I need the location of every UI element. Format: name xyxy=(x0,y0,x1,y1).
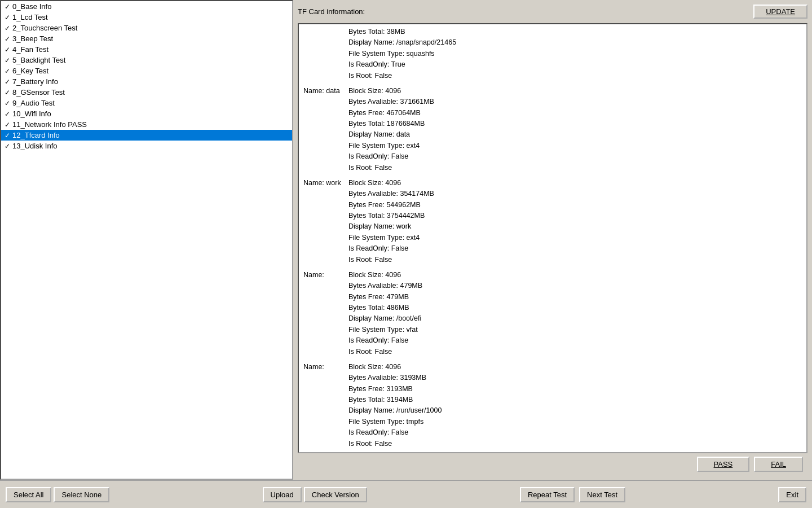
info-section-data-4: Block Size: 4096Bytes Avaliable: 3193MBB… xyxy=(348,362,802,449)
checkbox-icon-13: ✓ xyxy=(5,142,10,150)
sidebar-item-9[interactable]: ✓9_Audio Test xyxy=(1,98,292,108)
bottom-bar: Select All Select None Upload Check Vers… xyxy=(0,480,812,508)
info-section-1: Name: dataBlock Size: 4096Bytes Avaliabl… xyxy=(303,86,802,173)
check-version-button[interactable]: Check Version xyxy=(304,487,367,502)
info-line: Is Root: False xyxy=(348,71,802,81)
tf-card-info-box: Bytes Total: 38MBDisplay Name: /snap/sna… xyxy=(298,23,807,453)
checkbox-icon-10: ✓ xyxy=(5,110,10,118)
sidebar-item-10[interactable]: ✓10_Wifi Info xyxy=(1,108,292,119)
checkbox-icon-12: ✓ xyxy=(5,132,10,139)
info-line: Bytes Avaliable: 371661MB xyxy=(348,97,802,107)
info-line: File System Type: ext4 xyxy=(348,233,802,243)
info-line: File System Type: squashfs xyxy=(348,49,802,59)
exit-button[interactable]: Exit xyxy=(778,487,806,502)
info-line: Bytes Free: 479MB xyxy=(348,292,802,303)
sidebar-item-8[interactable]: ✓8_GSensor Test xyxy=(1,87,292,98)
tf-card-header: TF Card information: UPDATE xyxy=(298,5,807,19)
pass-button[interactable]: PASS xyxy=(697,457,750,472)
info-line: Bytes Free: 544962MB xyxy=(348,200,802,211)
info-section-data-1: Block Size: 4096Bytes Avaliable: 371661M… xyxy=(348,86,802,173)
info-line: Bytes Total: 38MB xyxy=(348,27,802,37)
info-line: Display Name: /snap/snapd/21465 xyxy=(348,37,802,48)
info-section-data-0: Bytes Total: 38MBDisplay Name: /snap/sna… xyxy=(348,27,802,81)
info-line: Is ReadOnly: False xyxy=(348,151,802,162)
info-line: Is Root: False xyxy=(348,439,802,449)
info-line: Is ReadOnly: False xyxy=(348,427,802,438)
sidebar-item-label-5: 5_Backlight Test xyxy=(12,56,65,64)
info-section-name-2: Name: work xyxy=(303,178,348,265)
sidebar-item-2[interactable]: ✓2_Touchscreen Test xyxy=(1,23,292,33)
pass-fail-row: PASS FAIL xyxy=(298,453,807,475)
info-line: Block Size: 4096 xyxy=(348,86,802,97)
select-all-button[interactable]: Select All xyxy=(6,487,51,502)
info-line: File System Type: vfat xyxy=(348,325,802,335)
fail-button[interactable]: FAIL xyxy=(754,457,803,472)
info-line: Bytes Free: 3193MB xyxy=(348,384,802,395)
checkbox-icon-1: ✓ xyxy=(5,14,10,21)
next-test-button[interactable]: Next Test xyxy=(579,487,625,502)
info-line: Is Root: False xyxy=(348,347,802,357)
info-section-name-4: Name: xyxy=(303,362,348,449)
sidebar-item-3[interactable]: ✓3_Beep Test xyxy=(1,33,292,44)
info-line: Display Name: data xyxy=(348,129,802,140)
update-button[interactable]: UPDATE xyxy=(753,5,807,19)
sidebar-item-label-13: 13_Udisk Info xyxy=(12,142,58,150)
info-line: Display Name: work xyxy=(348,221,802,232)
info-line: Is Root: False xyxy=(348,255,802,265)
tf-card-label: TF Card information: xyxy=(298,7,753,16)
info-section-name-0 xyxy=(303,27,348,81)
sidebar-item-label-10: 10_Wifi Info xyxy=(12,110,51,118)
sidebar-item-11[interactable]: ✓11_Network Info PASS xyxy=(1,119,292,130)
sidebar-item-12[interactable]: ✓12_Tfcard Info xyxy=(1,130,292,141)
info-line: Block Size: 4096 xyxy=(348,270,802,281)
checkbox-icon-8: ✓ xyxy=(5,89,10,97)
sidebar-item-label-11: 11_Network Info PASS xyxy=(12,120,87,129)
sidebar-item-label-4: 4_Fan Test xyxy=(12,45,48,54)
checkbox-icon-3: ✓ xyxy=(5,35,10,43)
info-line: Is ReadOnly: True xyxy=(348,59,802,70)
sidebar-item-6[interactable]: ✓6_Key Test xyxy=(1,65,292,76)
info-section-name-3: Name: xyxy=(303,270,348,357)
checkbox-icon-4: ✓ xyxy=(5,46,10,54)
checkbox-icon-0: ✓ xyxy=(5,3,10,11)
info-line: Is ReadOnly: False xyxy=(348,243,802,254)
right-panel: TF Card information: UPDATE Bytes Total:… xyxy=(293,0,812,480)
info-line: Bytes Avaliable: 3193MB xyxy=(348,373,802,383)
info-line: Bytes Avaliable: 479MB xyxy=(348,281,802,291)
checkbox-icon-7: ✓ xyxy=(5,78,10,86)
sidebar: ✓0_Base Info✓1_Lcd Test✓2_Touchscreen Te… xyxy=(0,0,293,480)
repeat-test-button[interactable]: Repeat Test xyxy=(520,487,575,502)
sidebar-item-13[interactable]: ✓13_Udisk Info xyxy=(1,141,292,151)
checkbox-icon-6: ✓ xyxy=(5,67,10,75)
info-line: Display Name: /run/user/1000 xyxy=(348,405,802,416)
sidebar-item-label-3: 3_Beep Test xyxy=(12,34,53,43)
info-section-data-3: Block Size: 4096Bytes Avaliable: 479MBBy… xyxy=(348,270,802,357)
info-line: Is Root: False xyxy=(348,163,802,173)
info-line: Block Size: 4096 xyxy=(348,178,802,189)
info-section-data-2: Block Size: 4096Bytes Avaliable: 354174M… xyxy=(348,178,802,265)
info-section-4: Name:Block Size: 4096Bytes Avaliable: 31… xyxy=(303,362,802,449)
sidebar-item-0[interactable]: ✓0_Base Info xyxy=(1,1,292,12)
info-line: Bytes Avaliable: 354174MB xyxy=(348,189,802,199)
sidebar-item-label-8: 8_GSensor Test xyxy=(12,88,65,97)
sidebar-item-label-9: 9_Audio Test xyxy=(12,99,55,107)
info-section-3: Name:Block Size: 4096Bytes Avaliable: 47… xyxy=(303,270,802,357)
info-line: Bytes Total: 1876684MB xyxy=(348,119,802,129)
upload-button[interactable]: Upload xyxy=(263,487,302,502)
sidebar-item-label-12: 12_Tfcard Info xyxy=(12,131,60,139)
info-section-name-1: Name: data xyxy=(303,86,348,173)
sidebar-item-label-7: 7_Battery Info xyxy=(12,77,58,86)
sidebar-item-label-1: 1_Lcd Test xyxy=(12,13,48,21)
sidebar-item-4[interactable]: ✓4_Fan Test xyxy=(1,44,292,55)
sidebar-item-label-6: 6_Key Test xyxy=(12,67,48,75)
sidebar-item-5[interactable]: ✓5_Backlight Test xyxy=(1,55,292,65)
info-section-0: Bytes Total: 38MBDisplay Name: /snap/sna… xyxy=(303,27,802,81)
sidebar-item-label-0: 0_Base Info xyxy=(12,2,51,11)
info-line: File System Type: ext4 xyxy=(348,141,802,151)
info-line: Bytes Total: 3194MB xyxy=(348,395,802,405)
select-none-button[interactable]: Select None xyxy=(54,487,109,502)
checkbox-icon-9: ✓ xyxy=(5,99,10,107)
sidebar-item-1[interactable]: ✓1_Lcd Test xyxy=(1,12,292,23)
info-line: Bytes Total: 486MB xyxy=(348,303,802,313)
sidebar-item-7[interactable]: ✓7_Battery Info xyxy=(1,76,292,87)
